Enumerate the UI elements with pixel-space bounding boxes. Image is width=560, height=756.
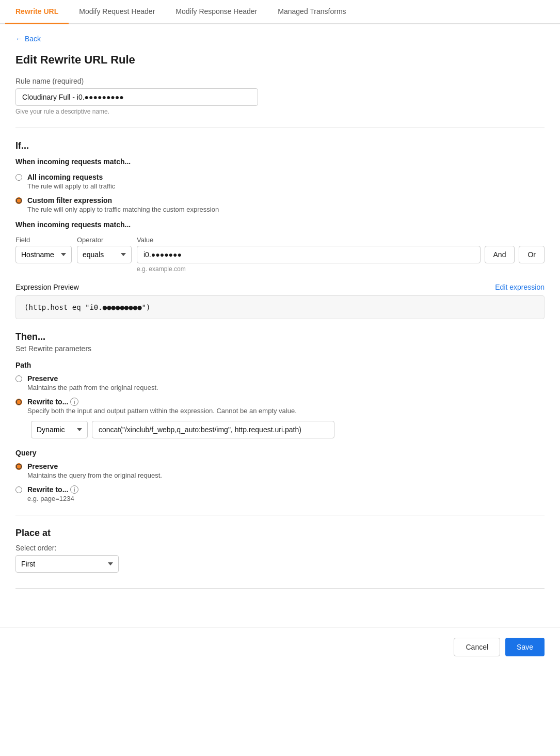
tab-modify-response-header[interactable]: Modify Response Header (165, 0, 267, 24)
radio-all-desc: The rule will apply to all traffic (27, 182, 115, 190)
query-label: Query (15, 449, 545, 457)
operator-label: Operator (77, 236, 132, 244)
filter-subtitle-label: When incoming requests match... (15, 220, 545, 229)
tabs-bar: Rewrite URL Modify Request Header Modify… (0, 0, 560, 24)
save-button[interactable]: Save (505, 638, 545, 656)
path-label: Path (15, 361, 545, 369)
query-preserve-label: Preserve (27, 462, 162, 470)
if-subtitle: When incoming requests match... (15, 158, 545, 166)
radio-query-rewrite[interactable] (15, 486, 22, 493)
tab-modify-request-header[interactable]: Modify Request Header (69, 0, 165, 24)
then-section: Then... Set Rewrite parameters Path Pres… (15, 332, 545, 502)
divider-1 (15, 128, 545, 128)
rule-name-label: Rule name (required) (15, 77, 545, 85)
value-input[interactable] (137, 246, 481, 263)
field-label: Field (15, 236, 72, 244)
back-link[interactable]: ← Back (15, 35, 41, 43)
query-rewrite-label: Rewrite to... (27, 485, 68, 494)
radio-all-label: All incoming requests (27, 173, 115, 181)
expression-box: (http.host eq "i0.●●●●●●●●●") (15, 295, 545, 319)
field-select[interactable]: Hostname URI Path URI Query (15, 246, 72, 263)
edit-expression-link[interactable]: Edit expression (495, 283, 545, 291)
expression-preview-section: Expression Preview Edit expression (http… (15, 283, 545, 319)
query-preserve-option[interactable]: Preserve Maintains the query from the or… (15, 462, 545, 479)
rule-name-hint: Give your rule a descriptive name. (15, 108, 545, 115)
then-subtitle: Set Rewrite parameters (15, 344, 545, 353)
footer-bar: Cancel Save (0, 627, 560, 667)
radio-custom-label: Custom filter expression (27, 196, 219, 204)
query-preserve-desc: Maintains the query from the original re… (27, 471, 162, 479)
expression-preview-header: Expression Preview Edit expression (15, 283, 545, 291)
value-label: Value (137, 236, 545, 244)
expression-preview-label: Expression Preview (15, 283, 79, 291)
tab-managed-transforms[interactable]: Managed Transforms (267, 0, 356, 24)
place-at-title: Place at (15, 528, 545, 539)
operator-group: Operator equals contains starts with (77, 236, 132, 263)
rule-name-input[interactable] (15, 88, 258, 106)
radio-path-preserve[interactable] (15, 375, 22, 382)
page-title: Edit Rewrite URL Rule (15, 53, 545, 67)
path-rewrite-label: Rewrite to... (27, 398, 68, 406)
query-rewrite-info-icon[interactable]: i (70, 485, 78, 494)
path-rewrite-info-icon[interactable]: i (70, 398, 78, 406)
path-preserve-label: Preserve (27, 374, 158, 383)
operator-select[interactable]: equals contains starts with (77, 246, 132, 263)
select-order-label: Select order: (15, 544, 545, 552)
radio-all-requests[interactable] (15, 174, 22, 181)
path-type-select[interactable]: Dynamic Static (31, 421, 88, 438)
order-select[interactable]: First Last Custom (15, 555, 119, 573)
path-preserve-option[interactable]: Preserve Maintains the path from the ori… (15, 374, 545, 391)
radio-path-rewrite[interactable] (15, 399, 22, 405)
value-group: Value And Or e.g. example.com (137, 236, 545, 273)
option-all-requests[interactable]: All incoming requests The rule will appl… (15, 173, 545, 190)
path-rewrite-input[interactable] (92, 421, 334, 438)
path-preserve-desc: Maintains the path from the original req… (27, 384, 158, 391)
then-title: Then... (15, 332, 545, 342)
path-rewrite-option[interactable]: Rewrite to... i Specify both the input a… (15, 398, 545, 415)
radio-custom-filter[interactable] (15, 197, 22, 204)
query-rewrite-desc: e.g. page=1234 (27, 495, 78, 502)
option-custom-filter[interactable]: Custom filter expression The rule will o… (15, 196, 545, 213)
radio-custom-desc: The rule will only apply to traffic matc… (27, 206, 219, 213)
rule-name-group: Rule name (required) Give your rule a de… (15, 77, 545, 115)
incoming-match-options: All incoming requests The rule will appl… (15, 173, 545, 213)
filter-row: Field Hostname URI Path URI Query Operat… (15, 236, 545, 273)
or-button[interactable]: Or (519, 246, 545, 263)
divider-3 (15, 588, 545, 589)
tab-rewrite-url[interactable]: Rewrite URL (5, 0, 69, 24)
place-at-section: Place at Select order: First Last Custom (15, 528, 545, 573)
back-arrow-icon: ← (15, 35, 23, 43)
and-button[interactable]: And (485, 246, 515, 263)
radio-query-preserve[interactable] (15, 463, 22, 470)
value-hint: e.g. example.com (137, 265, 545, 273)
path-rewrite-desc: Specify both the input and output patter… (27, 407, 297, 415)
if-section: If... When incoming requests match... Al… (15, 140, 545, 319)
path-section: Path Preserve Maintains the path from th… (15, 361, 545, 438)
field-group: Field Hostname URI Path URI Query (15, 236, 72, 263)
divider-2 (15, 515, 545, 515)
query-section: Query Preserve Maintains the query from … (15, 449, 545, 502)
path-rewrite-row: Dynamic Static (31, 421, 545, 438)
cancel-button[interactable]: Cancel (454, 638, 500, 656)
if-title: If... (15, 140, 545, 151)
back-link-label: Back (25, 35, 41, 43)
filter-subtitle: When incoming requests match... (15, 220, 545, 229)
query-rewrite-option[interactable]: Rewrite to... i e.g. page=1234 (15, 485, 545, 502)
